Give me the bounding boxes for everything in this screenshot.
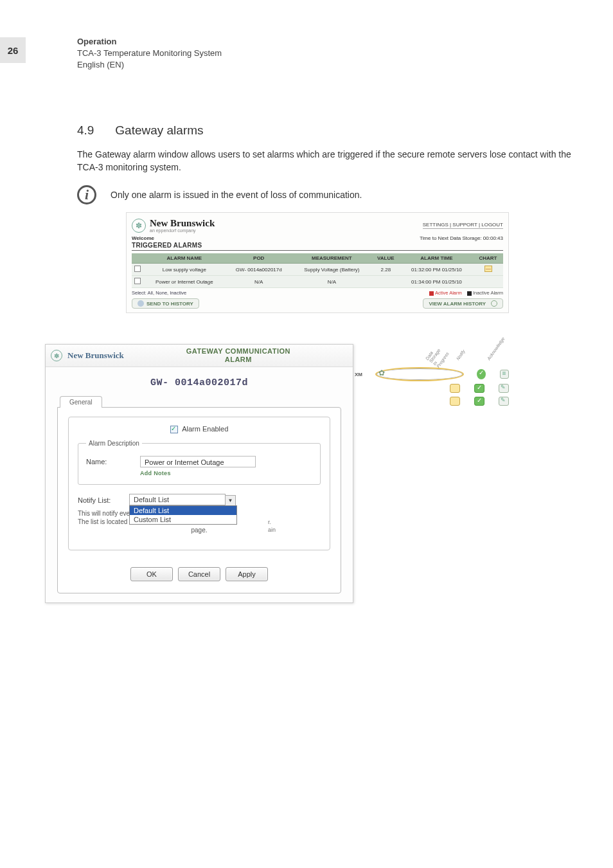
select-links: Select: All, None, Inactive — [132, 290, 186, 296]
col-notify: Notify — [456, 343, 481, 369]
alarm-description-group: Alarm Description Name: Power or Interne… — [78, 440, 321, 485]
name-field[interactable]: Power or Internet Outage — [140, 456, 256, 467]
chart-icon[interactable] — [450, 384, 460, 393]
dropdown-button[interactable]: ▼ — [226, 495, 236, 507]
cell-pod: N/A — [226, 276, 292, 288]
add-notes-button[interactable]: Add Notes — [140, 470, 312, 476]
cell-pod: GW- 0014a002017d — [226, 264, 292, 276]
acknowledge-icon[interactable] — [500, 370, 509, 379]
send-icon — [138, 300, 144, 307]
info-note-row: i Only one alarm is issued in the event … — [77, 185, 362, 204]
acknowledge-icon[interactable] — [499, 384, 509, 393]
row-checkbox[interactable] — [134, 278, 141, 284]
view-alarm-history-button[interactable]: VIEW ALARM HISTORY — [423, 298, 503, 309]
cell-time: 01:34:00 PM 01/25/10 — [400, 276, 473, 288]
col-alarm-name: ALARM NAME — [143, 253, 226, 264]
col-alarm-time: ALARM TIME — [400, 253, 473, 264]
chart-icon[interactable] — [450, 397, 460, 406]
legend-inactive-label: Inactive Alarm — [473, 290, 503, 296]
triggered-alarms-title: TRIGGERED ALARMS — [132, 242, 503, 249]
xm-label: XM — [355, 372, 362, 377]
ok-button[interactable]: OK — [130, 567, 173, 581]
link-settings[interactable]: SETTINGS — [423, 222, 449, 228]
doc-header: Operation TCA-3 Temperature Monitoring S… — [77, 36, 222, 71]
col-measurement: MEASUREMENT — [292, 253, 371, 264]
alarms-table: ALARM NAME POD MEASUREMENT VALUE ALARM T… — [132, 253, 503, 288]
next-storage-label: Time to Next Data Storage: 00:00:43 — [420, 235, 503, 241]
tab-general-pane: Alarm Enabled Alarm Description Name: Po… — [57, 407, 341, 593]
section-title: Gateway alarms — [115, 123, 203, 137]
legend: Active Alarm Inactive Alarm — [425, 290, 503, 296]
cell-value: 2.28 — [371, 264, 400, 276]
gateway-alarm-dialog: ✽ New Brunswick GATEWAY COMMUNICATIONALA… — [45, 344, 353, 603]
tab-general[interactable]: General — [60, 396, 102, 408]
cell-measurement: N/A — [292, 276, 371, 288]
section-number: 4.9 — [77, 123, 112, 138]
gateway-id: GW- 0014a002017d — [57, 377, 341, 388]
brand-subtitle: an eppendorf company — [150, 228, 215, 233]
send-to-history-button[interactable]: SEND TO HISTORY — [132, 298, 199, 309]
row-checkbox[interactable] — [134, 266, 141, 272]
notify-list-select[interactable]: Default List — [129, 494, 226, 505]
brand-name: New Brunswick — [150, 218, 215, 229]
col-checkbox — [132, 253, 143, 264]
header-lang: English (EN) — [77, 59, 222, 71]
table-row: Power or Internet Outage N/A N/A 01:34:0… — [132, 276, 503, 288]
cell-value — [371, 276, 400, 288]
check-icon[interactable] — [477, 369, 486, 379]
notify-list-label: Notify List: — [78, 496, 125, 504]
obscured-text-fragment: r. ain — [268, 519, 276, 534]
notify-option-custom[interactable]: Custom List — [130, 515, 236, 524]
col-chart: CHART — [473, 253, 503, 264]
status-icon-strip: Data Storage In Progress Notify Acknowle… — [355, 347, 509, 410]
dialog-brand: New Brunswick — [67, 350, 124, 361]
legend-active-label: Active Alarm — [435, 290, 462, 296]
triggered-alarms-panel: ✽ New Brunswick an eppendorf company SET… — [126, 212, 509, 313]
col-data-storage: Data Storage In Progress — [425, 343, 450, 369]
select-label: Select: — [132, 290, 147, 296]
check-icon[interactable] — [474, 397, 484, 406]
name-label: Name: — [86, 458, 134, 466]
header-operation: Operation — [77, 36, 222, 48]
clock-icon — [491, 300, 497, 307]
table-row: Low supply voltage GW- 0014a002017d Supp… — [132, 264, 503, 276]
acknowledge-icon[interactable] — [499, 397, 509, 406]
cancel-button[interactable]: Cancel — [178, 567, 220, 581]
legend-inactive-icon — [467, 291, 472, 296]
info-icon: i — [77, 185, 96, 204]
notify-option-default[interactable]: Default List — [130, 506, 236, 515]
section-heading: 4.9 Gateway alarms — [77, 123, 204, 138]
info-note-text: Only one alarm is issued in the event of… — [111, 190, 362, 200]
cell-time: 01:32:00 PM 01/25/10 — [400, 264, 473, 276]
link-logout[interactable]: LOGOUT — [481, 222, 503, 228]
col-acknowledge: Acknowledge — [486, 343, 512, 369]
cell-alarm-name: Low supply voltage — [143, 264, 226, 276]
top-links: SETTINGS | SUPPORT | LOGOUT — [423, 222, 503, 229]
page-number: 26 — [0, 37, 26, 63]
legend-active-icon — [429, 291, 434, 296]
welcome-label: Welcome — [132, 235, 154, 241]
cell-measurement: Supply Voltage (Battery) — [292, 264, 371, 276]
send-label: SEND TO HISTORY — [147, 301, 193, 307]
check-icon[interactable] — [474, 384, 484, 393]
apply-button[interactable]: Apply — [226, 567, 268, 581]
col-value: VALUE — [371, 253, 400, 264]
cell-alarm-name: Power or Internet Outage — [143, 276, 226, 288]
select-all[interactable]: All — [148, 290, 153, 296]
notify-list-dropdown: Default List Custom List — [129, 505, 237, 525]
alarm-description-legend: Alarm Description — [86, 440, 142, 447]
select-none[interactable]: None — [155, 290, 167, 296]
gear-icon[interactable] — [377, 368, 462, 380]
view-label: VIEW ALARM HISTORY — [429, 301, 486, 307]
chart-icon[interactable] — [484, 266, 492, 272]
dialog-titlebar: ✽ New Brunswick GATEWAY COMMUNICATIONALA… — [46, 345, 353, 367]
header-system: TCA-3 Temperature Monitoring System — [77, 48, 222, 59]
col-pod: POD — [226, 253, 292, 264]
dialog-title-text: GATEWAY COMMUNICATIONALARM — [129, 347, 348, 364]
alarm-enabled-checkbox[interactable] — [170, 426, 178, 433]
form-group: Alarm Enabled Alarm Description Name: Po… — [68, 417, 330, 550]
brand-logo-icon: ✽ — [132, 219, 146, 233]
section-paragraph: The Gateway alarm window allows users to… — [77, 148, 578, 174]
select-inactive[interactable]: Inactive — [170, 290, 186, 296]
link-support[interactable]: SUPPORT — [452, 222, 477, 228]
